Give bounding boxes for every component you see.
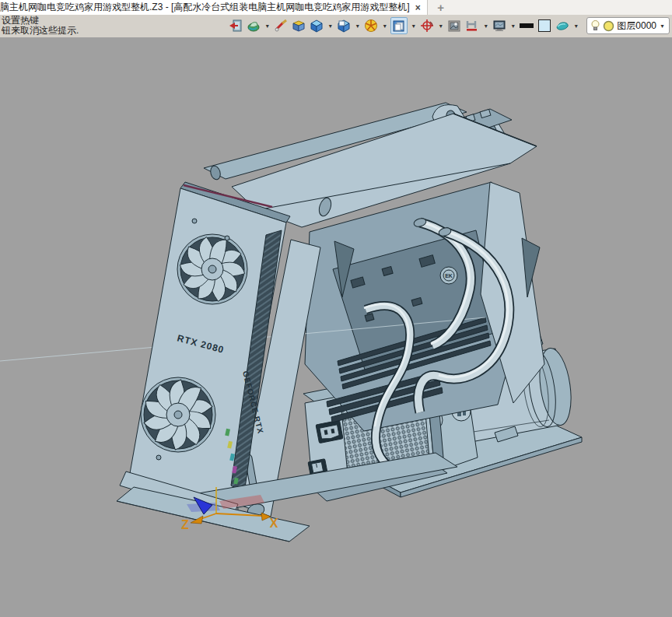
lightbulb-icon — [590, 19, 600, 32]
shell-icon[interactable] — [555, 18, 570, 33]
z-axis-label: Z — [181, 518, 189, 531]
dropdown-caret[interactable]: ▾ — [264, 23, 271, 30]
display-hand-icon[interactable] — [246, 18, 261, 33]
cube-window-icon[interactable] — [336, 18, 352, 33]
tab-close-icon[interactable]: × — [415, 3, 421, 12]
monitor-icon[interactable] — [492, 18, 507, 33]
psu-ac-socket — [316, 420, 343, 443]
document-tab-title: 脑主机网咖电竞吃鸡家用游戏型整机.Z3 - [高配水冷台式组装电脑主机网咖电竞吃… — [0, 1, 410, 14]
layer-dropdown-caret[interactable]: ▾ — [659, 23, 666, 30]
document-tab[interactable]: 脑主机网咖电竞吃鸡家用游戏型整机.Z3 - [高配水冷台式组装电脑主机网咖电竞吃… — [0, 0, 428, 15]
layer-name: 图层0000 — [617, 19, 656, 33]
dropdown-caret[interactable]: ▾ — [482, 23, 489, 30]
gpu-fan-top — [177, 234, 247, 304]
layer-color-icon — [603, 20, 614, 32]
toolbar-icons: ▾ ▾ — [228, 16, 670, 35]
exit-icon[interactable] — [228, 18, 243, 33]
target-rotate-icon[interactable] — [419, 18, 435, 33]
new-tab-button[interactable]: + — [428, 0, 454, 15]
shaded-box-icon[interactable] — [291, 18, 306, 33]
ek-label: EK — [445, 273, 453, 279]
render-preview-icon[interactable] — [446, 18, 462, 33]
dropdown-caret[interactable]: ▾ — [410, 23, 417, 30]
cube-shading-icon[interactable] — [309, 18, 324, 33]
ek-waterblock: EK — [440, 267, 457, 284]
dropdown-caret[interactable]: ▾ — [437, 23, 444, 30]
gpu-fan-bottom — [141, 377, 215, 452]
layer-control[interactable]: 图层0000 ▾ — [586, 17, 670, 34]
copy-page-icon[interactable] — [390, 17, 408, 34]
dropdown-caret[interactable]: ▾ — [354, 23, 361, 30]
background-color-swatch[interactable] — [537, 18, 552, 33]
section-wheel-icon[interactable] — [363, 18, 379, 33]
x-axis-label: X — [270, 517, 278, 530]
dropdown-caret[interactable]: ▾ — [509, 23, 516, 30]
3d-viewport[interactable]: EK — [0, 37, 672, 617]
tab-bar: 脑主机网咖电竞吃鸡家用游戏型整机.Z3 - [高配水冷台式组装电脑主机网咖电竞吃… — [0, 0, 672, 16]
hint-text: 设置热键 钮来取消这些提示. — [2, 16, 79, 36]
dropdown-caret[interactable]: ▾ — [327, 23, 334, 30]
cad-model-pc-build: EK — [0, 37, 672, 617]
dropdown-caret[interactable]: ▾ — [572, 23, 579, 30]
paintbrush-icon[interactable] — [273, 18, 289, 33]
quick-toolbar: 设置热键 钮来取消这些提示. ▾ — [0, 15, 672, 38]
line-width-swatch[interactable] — [519, 18, 534, 33]
dropdown-caret[interactable]: ▾ — [381, 23, 388, 30]
clamp-red-icon[interactable] — [464, 18, 480, 33]
hint-line-2: 钮来取消这些提示. — [2, 26, 79, 36]
